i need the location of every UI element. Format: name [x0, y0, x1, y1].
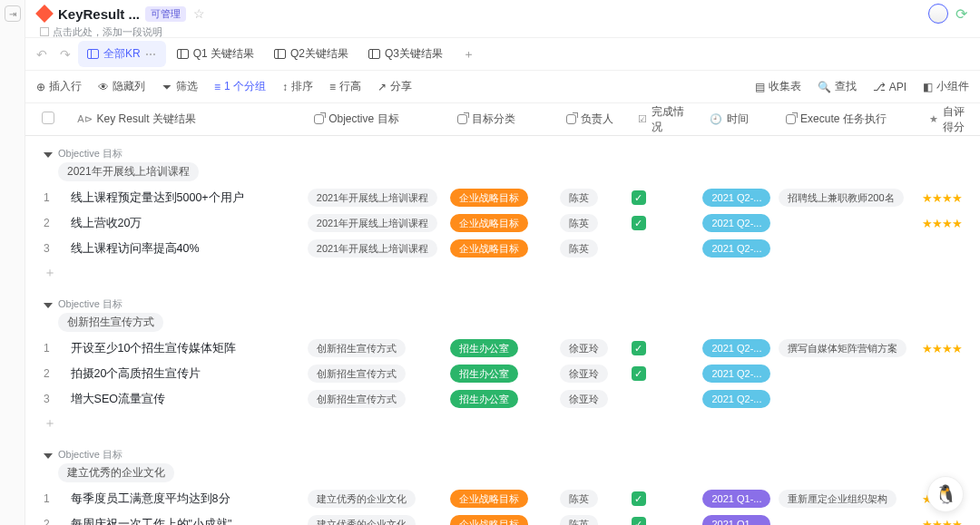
insert-row-button[interactable]: ⊕插入行 [29, 74, 89, 99]
cell-category[interactable]: 企业战略目标 [450, 490, 559, 508]
col-time[interactable]: 🕘时间 [702, 103, 779, 135]
permission-badge[interactable]: 可管理 [145, 6, 186, 22]
cell-category[interactable]: 企业战略目标 [450, 214, 559, 232]
group-value[interactable]: 2021年开展线上培训课程 [58, 162, 199, 181]
cell-time[interactable]: 2021 Q2-... [702, 365, 779, 383]
cell-execute[interactable]: 重新厘定企业组织架构 [779, 490, 922, 508]
table-row[interactable]: 2每周庆祝一次工作上的"小成就"建立优秀的企业文化企业战略目标陈英✓2021 Q… [25, 511, 980, 525]
widgets-button[interactable]: ◧小组件 [916, 74, 976, 99]
cell-owner[interactable]: 陈英 [560, 239, 632, 258]
collect-form-button[interactable]: ▤收集表 [748, 74, 808, 99]
table-row[interactable]: 3增大SEO流量宣传创新招生宣传方式招生办公室徐亚玲2021 Q2-... [25, 386, 980, 412]
cell-key-result[interactable]: 开设至少10个招生宣传媒体矩阵 [71, 341, 308, 356]
cell-key-result[interactable]: 拍摄20个高质招生宣传片 [71, 366, 308, 382]
cell-owner[interactable]: 徐亚玲 [560, 390, 632, 408]
table-row[interactable]: 3线上课程访问率提高40%2021年开展线上培训课程企业战略目标陈英2021 Q… [25, 236, 980, 261]
cell-key-result[interactable]: 线上课程访问率提高40% [71, 241, 308, 257]
group-value[interactable]: 创新招生宣传方式 [58, 313, 163, 332]
tab-more-icon[interactable]: ⋯ [145, 48, 157, 61]
subtitle-hint[interactable]: 点击此处，添加一段说明 [38, 25, 967, 39]
cell-key-result[interactable]: 每周庆祝一次工作上的"小成就" [71, 517, 308, 526]
cell-time[interactable]: 2021 Q2-... [702, 239, 779, 258]
cell-time[interactable]: 2021 Q2-... [702, 189, 779, 207]
cell-time[interactable]: 2021 Q2-... [702, 339, 779, 357]
table-row[interactable]: 1开设至少10个招生宣传媒体矩阵创新招生宣传方式招生办公室徐亚玲✓2021 Q2… [25, 335, 980, 361]
cell-time[interactable]: 2021 Q2-... [702, 390, 779, 408]
group-collapse-toggle[interactable] [44, 303, 53, 308]
cell-time[interactable]: 2021 Q1-... [702, 515, 779, 525]
group-collapse-toggle[interactable] [44, 152, 53, 158]
cell-execute[interactable]: 撰写自媒体矩阵营销方案 [779, 339, 922, 357]
cell-category[interactable]: 招生办公室 [450, 390, 559, 408]
assistant-avatar-button[interactable]: 🐧 [927, 476, 964, 512]
view-tab[interactable]: 全部KR⋯ [78, 41, 166, 67]
view-tab[interactable]: Q1 关键结果 [168, 41, 263, 67]
cell-objective[interactable]: 建立优秀的企业文化 [308, 515, 451, 525]
search-button[interactable]: 🔍查找 [810, 74, 864, 99]
api-button[interactable]: ⎇API [866, 76, 914, 98]
table-row[interactable]: 2线上营收20万2021年开展线上培训课程企业战略目标陈英✓2021 Q2-..… [25, 210, 980, 236]
view-tab[interactable]: Q2关键结果 [265, 41, 358, 67]
cell-objective[interactable]: 创新招生宣传方式 [308, 390, 451, 408]
filter-button[interactable]: ⏷筛选 [154, 74, 205, 99]
cell-owner[interactable]: 陈英 [560, 214, 632, 232]
cell-key-result[interactable]: 每季度员工满意度平均达到8分 [71, 491, 308, 507]
cell-completion[interactable]: ✓ [632, 491, 703, 506]
cell-completion[interactable]: ✓ [632, 216, 703, 230]
cell-completion[interactable]: ✓ [632, 517, 703, 525]
favorite-star-icon[interactable]: ☆ [193, 6, 205, 21]
cell-objective[interactable]: 创新招生宣传方式 [308, 365, 451, 383]
cell-objective[interactable]: 2021年开展线上培训课程 [308, 214, 451, 232]
cell-completion[interactable]: ✓ [632, 190, 703, 205]
select-all-checkbox[interactable] [42, 112, 54, 124]
cell-objective[interactable]: 创新招生宣传方式 [308, 339, 451, 357]
cell-owner[interactable]: 陈英 [560, 515, 632, 525]
row-height-button[interactable]: ≡行高 [322, 74, 368, 99]
cell-category[interactable]: 企业战略目标 [450, 189, 559, 207]
cell-owner[interactable]: 陈英 [560, 490, 632, 508]
col-key-result[interactable]: A⊳Key Result 关键结果 [70, 103, 307, 135]
table-row[interactable]: 1每季度员工满意度平均达到8分建立优秀的企业文化企业战略目标陈英✓2021 Q1… [25, 486, 980, 511]
col-execute[interactable]: Execute 任务执行 [779, 103, 922, 135]
add-tab-button[interactable]: ＋ [454, 41, 484, 68]
table-row[interactable]: 2拍摄20个高质招生宣传片创新招生宣传方式招生办公室徐亚玲✓2021 Q2-..… [25, 361, 980, 386]
undo-button[interactable]: ↶ [31, 43, 53, 66]
cell-self-rate[interactable]: ★★★★ [922, 217, 980, 230]
hide-columns-button[interactable]: 👁隐藏列 [91, 74, 152, 99]
cell-category[interactable]: 企业战略目标 [450, 239, 559, 258]
cell-self-rate[interactable]: ★★★★ [922, 518, 980, 526]
redo-button[interactable]: ↷ [54, 43, 76, 66]
sync-status-icon[interactable]: ⟳ [956, 5, 967, 23]
cell-owner[interactable]: 徐亚玲 [560, 365, 632, 383]
view-tab[interactable]: Q3关键结果 [359, 41, 452, 67]
cell-key-result[interactable]: 线上课程预定量达到5000+个用户 [71, 190, 308, 206]
col-completion[interactable]: ☑完成情况 [631, 103, 702, 135]
table-row[interactable]: 1线上课程预定量达到5000+个用户2021年开展线上培训课程企业战略目标陈英✓… [25, 185, 980, 210]
user-avatar[interactable] [928, 4, 948, 24]
cell-key-result[interactable]: 增大SEO流量宣传 [71, 392, 308, 407]
group-button[interactable]: ≡1 个分组 [207, 74, 273, 99]
group-collapse-toggle[interactable] [44, 453, 53, 459]
sort-button[interactable]: ↕排序 [275, 74, 320, 99]
cell-key-result[interactable]: 线上营收20万 [71, 216, 308, 231]
col-objective[interactable]: Objective 目标 [307, 103, 450, 135]
cell-objective[interactable]: 2021年开展线上培训课程 [308, 189, 451, 207]
cell-execute[interactable]: 招聘线上兼职教师200名 [779, 189, 922, 207]
cell-category[interactable]: 招生办公室 [450, 365, 559, 383]
share-button[interactable]: ↗分享 [370, 74, 419, 99]
cell-owner[interactable]: 陈英 [560, 189, 632, 207]
cell-completion[interactable]: ✓ [632, 366, 703, 381]
expand-rail-button[interactable]: ⇥ [5, 5, 21, 22]
col-owner[interactable]: 负责人 [559, 103, 631, 135]
cell-time[interactable]: 2021 Q1-... [702, 490, 779, 508]
cell-category[interactable]: 招生办公室 [450, 339, 559, 357]
cell-category[interactable]: 企业战略目标 [450, 515, 559, 525]
cell-objective[interactable]: 建立优秀的企业文化 [308, 490, 451, 508]
col-self-rate[interactable]: ★自评得分 [922, 103, 980, 135]
cell-self-rate[interactable]: ★★★★ [922, 342, 980, 355]
cell-time[interactable]: 2021 Q2-... [702, 214, 779, 232]
cell-completion[interactable]: ✓ [632, 341, 703, 355]
group-value[interactable]: 建立优秀的企业文化 [58, 463, 174, 482]
col-category[interactable]: 目标分类 [450, 103, 559, 135]
add-row-button[interactable]: ＋ [25, 412, 980, 435]
